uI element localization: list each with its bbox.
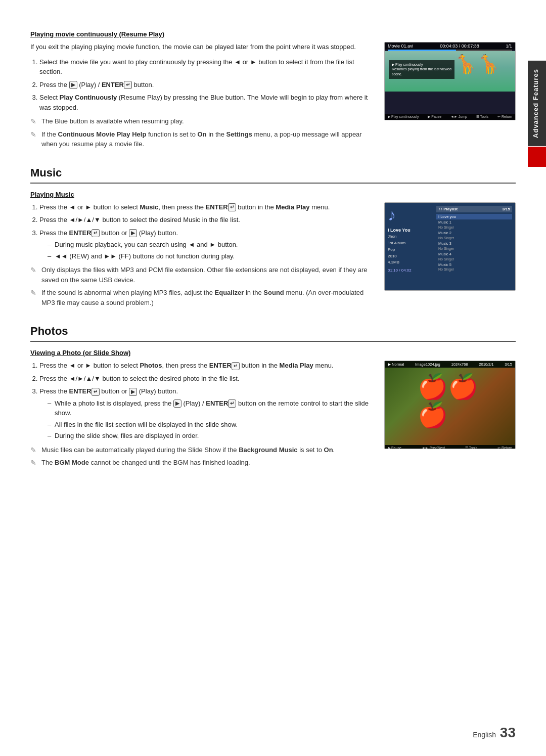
movie-note-1: The Blue button is available when resumi… [30,116,372,126]
music-item-4: Music 3 No Singer [436,241,512,251]
music-step-3: Press the ENTER↵ button or ▶ (Play) butt… [39,228,372,261]
music-steps: Press the ◄ or ► button to select Music,… [30,202,372,261]
photos-sub-list: While a photo list is displayed, press t… [39,398,372,441]
photos-sub-1: While a photo list is displayed, press t… [48,398,372,418]
enter-icon-photos3: ↵ [92,388,100,396]
photos-ss-mode: ▶ Normal [388,362,404,367]
music-info: I Love You Jhon 1st Album Pop 2010 4.3MB [388,227,433,266]
music-notes: Only displays the files with MP3 and PCM… [30,265,372,307]
photos-content-left: Press the ◄ or ► button to select Photos… [30,361,372,471]
movie-step-2: Press the ▶ (Play) / ENTER↵ button. [39,80,372,90]
page-container: Playing movie continuously (Resume Play)… [0,0,546,756]
photos-note-1: Music files can be automatically played … [30,445,372,455]
music-item-3: Music 2 No Singer [436,230,512,241]
music-year: 2010 [388,253,433,260]
movie-notes: The Blue button is available when resumi… [30,116,372,149]
photos-ss-count: 3/15 [505,362,512,367]
photos-sub-3: During the slide show, files are display… [48,431,372,441]
photos-ss-image-content: 🍎🍎🍎 [418,373,483,429]
enter-icon-music3: ↵ [92,229,100,237]
movie-intro: If you exit the playing playing movie fu… [30,42,372,52]
movie-ss-giraffe-icon: 🦒🦒 [454,54,500,75]
music-ss-inner: ♪ I Love You Jhon 1st Album Pop 2010 4.3… [385,203,515,290]
music-subsection-title: Playing Music [30,191,516,198]
music-song-title: I Love You [388,227,433,234]
movie-content-row: If you exit the playing playing movie fu… [30,42,516,152]
movie-step-1: Select the movie file you want to play c… [39,57,372,77]
photos-notes: Music files can be automatically played … [30,445,372,468]
music-item-5: Music 4 No Singer [436,251,512,262]
photos-content-row: Press the ◄ or ► button to select Photos… [30,361,516,471]
enter-icon-photos1: ↵ [232,362,240,370]
photos-note-2: The BGM Mode cannot be changed until the… [30,458,372,468]
photos-ss-date: 2010/2/1 [479,362,493,367]
overlay-line3: scene. [392,72,451,77]
photos-ss-image: 🍎🍎🍎 [385,368,515,445]
enter-btn-icon: ↵ [124,81,132,89]
movie-screenshot-area: Movie 01.avi 00:04:03 / 00:07:38 1/1 🦒🦒 … [384,42,516,152]
play-icon-photos3: ▶ [129,388,137,396]
music-section: Music Playing Music Press the ◄ or ► but… [30,166,516,311]
movie-ss-count: 1/1 [506,43,512,49]
music-sub-2: ◄◄ (REW) and ►► (FF) buttons do not func… [48,251,372,261]
movie-ss-bottombar: ▶ Play continuously ▶ Pause ◄► Jump ☰ To… [385,114,515,120]
photos-section-title: Photos [30,325,516,342]
enter-icon-music1: ↵ [228,203,236,211]
photos-ss-topbar: ▶ Normal Image1024.jpg 1024x768 2010/2/1… [385,361,515,368]
movie-ss-overlay: ▶ Play continuously Resumes playing from… [389,60,454,79]
music-section-title: Music [30,166,516,184]
photos-step-2: Press the ◄/►/▲/▼ button to select the d… [39,374,372,384]
chapter-accent [528,147,546,167]
music-genre: Pop [388,247,433,253]
footer-text: English [473,731,496,739]
music-time: 01:10 / 04:02 [388,268,433,273]
photos-ss-res: 1024x768 [451,362,468,367]
photos-steps: Press the ◄ or ► button to select Photos… [30,361,372,441]
photos-step-1: Press the ◄ or ► button to select Photos… [39,361,372,371]
movie-steps: Select the movie file you want to play c… [30,57,372,113]
page-number: 33 [500,725,516,740]
overlay-line2: Resumes playing from the last viewed [392,67,451,72]
music-screenshot-area: ♪ I Love You Jhon 1st Album Pop 2010 4.3… [384,202,516,311]
photos-ss-bottombar: ▶ Pause ◄► Prev/Next ☰ Tools ↩ Return [385,445,515,449]
music-ss-bottombar: ▶ Pause ◄► Jump ☰ Tools ↩ Return [385,290,515,291]
movie-screenshot: Movie 01.avi 00:04:03 / 00:07:38 1/1 🦒🦒 … [384,42,516,120]
chapter-tab: Advanced Features [528,61,546,146]
movie-ss-topbar: Movie 01.avi 00:04:03 / 00:07:38 1/1 [385,42,515,50]
music-content-row: Press the ◄ or ► button to select Music,… [30,202,516,311]
music-step-2: Press the ◄/►/▲/▼ button to select the d… [39,215,372,225]
movie-ss-time: 00:04:03 / 00:07:38 [440,43,479,49]
music-note-2: If the sound is abnormal when playing MP… [30,288,372,307]
movie-section: Playing movie continuously (Resume Play)… [30,30,516,152]
play-icon-music3: ▶ [129,229,137,237]
photos-screenshot: ▶ Normal Image1024.jpg 1024x768 2010/2/1… [384,361,516,449]
photos-ss-filename: Image1024.jpg [415,362,440,367]
music-sub-list: During music playback, you can search us… [39,240,372,261]
music-note-icon: ♪ [388,206,433,225]
music-size: 4.3MB [388,259,433,266]
music-screenshot: ♪ I Love You Jhon 1st Album Pop 2010 4.3… [384,202,516,291]
music-item-2: Music 1 No Singer [436,219,512,230]
music-note-1: Only displays the files with MP3 and PCM… [30,265,372,285]
play-icon-photos-sub: ▶ [173,399,181,408]
photos-step-3: Press the ENTER↵ button or ▶ (Play) butt… [39,386,372,441]
play-btn-icon: ▶ [69,81,77,89]
music-content-left: Press the ◄ or ► button to select Music,… [30,202,372,311]
movie-ss-video: 🦒🦒 ▶ Play continuously Resumes playing f… [385,51,515,92]
movie-content-left: If you exit the playing playing movie fu… [30,42,372,152]
music-item-1: I Love you [436,214,512,220]
music-item-6: Music 5 No Singer [436,262,512,273]
music-ss-right: ♪♪ Playlist 3/15 I Love you Music 1 No S… [436,206,512,287]
photos-subsection-title: Viewing a Photo (or Slide Show) [30,349,516,357]
photos-screenshot-area: ▶ Normal Image1024.jpg 1024x768 2010/2/1… [384,361,516,471]
music-playlist-title: ♪♪ Playlist 3/15 [436,206,512,212]
movie-step-3: Select Play Continuously (Resume Play) b… [39,93,372,112]
photos-section: Photos Viewing a Photo (or Slide Show) P… [30,325,516,471]
movie-ss-filename: Movie 01.avi [388,43,414,49]
music-artist: Jhon [388,234,433,240]
music-album: 1st Album [388,240,433,247]
music-step-1: Press the ◄ or ► button to select Music,… [39,202,372,212]
page-footer: English 33 [473,725,516,741]
movie-note-2: If the Continuous Movie Play Help functi… [30,129,372,149]
music-sub-1: During music playback, you can search us… [48,240,372,250]
